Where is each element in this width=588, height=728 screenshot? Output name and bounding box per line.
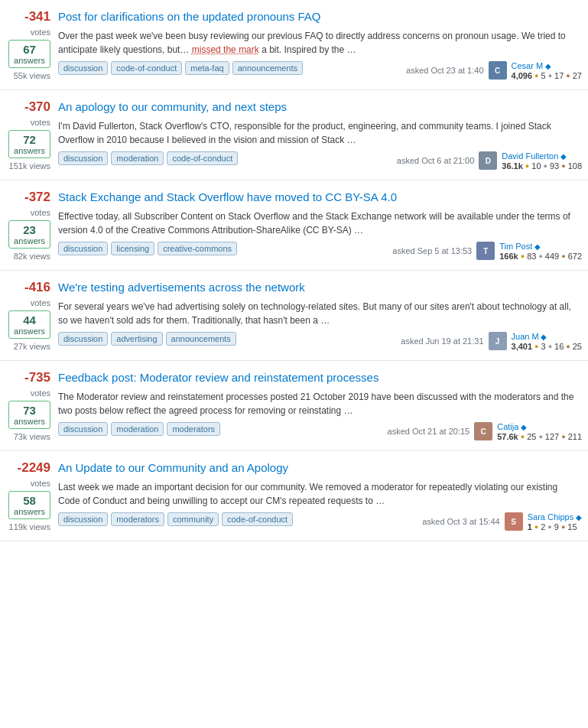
avatar: S <box>505 512 523 531</box>
username[interactable]: Cesar M ◆ <box>512 61 582 70</box>
answers-label: answers <box>14 146 45 155</box>
tag-discussion[interactable]: discussion <box>58 61 108 75</box>
votes-label: votes <box>31 298 50 307</box>
question-excerpt: Last week we made an important decision … <box>58 480 582 508</box>
tag-moderation[interactable]: moderation <box>111 151 164 165</box>
answers-label: answers <box>14 236 45 245</box>
answers-count: 44 <box>14 314 45 327</box>
answers-count: 67 <box>14 43 45 56</box>
tag-creative-commons[interactable]: creative-commons <box>158 242 237 255</box>
question-item-6: -2249votes58answers119k viewsAn Update t… <box>0 451 588 541</box>
tag-discussion[interactable]: discussion <box>58 151 108 165</box>
question-title[interactable]: An apology to our community, and next st… <box>58 99 582 115</box>
tags: discussionlicensingcreative-commons <box>58 242 237 255</box>
avatar: C <box>489 61 507 80</box>
question-title[interactable]: Post for clarifications on the updated p… <box>58 9 582 24</box>
tag-announcements[interactable]: announcements <box>166 332 236 346</box>
tags: discussioncode-of-conductmeta-faqannounc… <box>58 61 303 75</box>
username[interactable]: Tim Post ◆ <box>499 242 582 251</box>
tag-discussion[interactable]: discussion <box>58 242 108 255</box>
answers-label: answers <box>14 56 45 65</box>
username[interactable]: David Fullerton ◆ <box>502 151 582 161</box>
answers-label: answers <box>14 507 45 516</box>
asked-text: asked Oct 23 at 1:40 <box>406 66 484 75</box>
tag-discussion[interactable]: discussion <box>58 422 108 436</box>
tag-code-of-conduct[interactable]: code-of-conduct <box>111 61 182 75</box>
left-stats-6: -2249votes58answers119k views <box>6 460 50 531</box>
meta-info: asked Oct 3 at 15:44SSara Chipps ◆1●2●9●… <box>422 512 582 531</box>
votes-label: votes <box>31 388 50 398</box>
main-content-2: An apology to our community, and next st… <box>58 99 582 171</box>
asked-text: asked Sep 5 at 13:53 <box>392 246 472 255</box>
tag-moderators[interactable]: moderators <box>167 422 220 436</box>
tag-licensing[interactable]: licensing <box>111 242 154 255</box>
avatar: J <box>489 332 507 350</box>
question-excerpt: For several years we've had advertising … <box>58 300 582 327</box>
main-content-6: An Update to our Community and an Apolog… <box>58 460 582 531</box>
tag-code-of-conduct[interactable]: code-of-conduct <box>167 151 238 165</box>
user-info: Tim Post ◆166k●83●449●672 <box>499 242 582 261</box>
tag-discussion[interactable]: discussion <box>58 332 108 346</box>
tag-community[interactable]: community <box>167 512 219 526</box>
question-item-2: -370votes72answers151k viewsAn apology t… <box>0 90 588 180</box>
views-label: 73k views <box>14 432 50 441</box>
user-info: Juan M ◆3,401●3●16●25 <box>512 332 582 351</box>
user-rep: 1●2●9●15 <box>528 522 582 531</box>
tags: discussionmoderatorscommunitycode-of-con… <box>58 512 293 526</box>
votes-label: votes <box>31 208 50 217</box>
answers-box: 73answers <box>8 401 50 429</box>
left-stats-5: -735votes73answers73k views <box>6 370 50 441</box>
user-rep: 57.6k●25●127●211 <box>497 432 582 441</box>
main-content-4: We're testing advertisements across the … <box>58 280 582 351</box>
username[interactable]: Catija ◆ <box>497 422 582 431</box>
votes-label: votes <box>31 479 50 488</box>
username[interactable]: Juan M ◆ <box>512 332 582 341</box>
question-excerpt: I'm David Fullerton, Stack Overflow's CT… <box>58 119 582 147</box>
views-label: 151k views <box>9 161 50 171</box>
user-rep: 166k●83●449●672 <box>499 252 582 261</box>
question-title[interactable]: An Update to our Community and an Apolog… <box>58 460 582 476</box>
user-info: Sara Chipps ◆1●2●9●15 <box>528 512 582 531</box>
asked-text: asked Oct 3 at 15:44 <box>422 517 500 526</box>
answers-count: 23 <box>14 223 45 236</box>
views-label: 82k views <box>14 252 50 261</box>
answers-count: 58 <box>14 494 45 507</box>
left-stats-2: -370votes72answers151k views <box>6 99 50 171</box>
votes-count: -370 <box>24 99 50 115</box>
answers-box: 58answers <box>8 491 50 519</box>
answers-label: answers <box>14 327 45 336</box>
question-title[interactable]: Feedback post: Moderator review and rein… <box>58 370 582 385</box>
answers-box: 72answers <box>8 130 50 158</box>
tags-and-meta: discussioncode-of-conductmeta-faqannounc… <box>58 61 582 80</box>
votes-label: votes <box>31 28 50 37</box>
question-title[interactable]: We're testing advertisements across the … <box>58 280 582 295</box>
tag-advertising[interactable]: advertising <box>111 332 162 346</box>
tag-moderation[interactable]: moderation <box>111 422 164 436</box>
asked-text: asked Oct 6 at 21:00 <box>397 156 475 165</box>
tags: discussionadvertisingannouncements <box>58 332 236 346</box>
main-content-5: Feedback post: Moderator review and rein… <box>58 370 582 441</box>
tags-and-meta: discussionlicensingcreative-commonsasked… <box>58 242 582 261</box>
avatar: T <box>476 242 495 260</box>
question-excerpt: Over the past week we've been busy revie… <box>58 29 582 57</box>
avatar: C <box>474 422 492 440</box>
answers-count: 72 <box>14 133 45 146</box>
user-rep: 3,401●3●16●25 <box>512 342 582 351</box>
question-item-5: -735votes73answers73k viewsFeedback post… <box>0 361 588 451</box>
votes-count: -341 <box>24 9 50 24</box>
tag-discussion[interactable]: discussion <box>58 512 108 526</box>
votes-count: -735 <box>24 370 50 385</box>
tags-and-meta: discussionmoderatorscommunitycode-of-con… <box>58 512 582 531</box>
user-rep: 4,096●5●17●27 <box>512 71 582 80</box>
username[interactable]: Sara Chipps ◆ <box>528 512 582 522</box>
answers-box: 67answers <box>8 40 50 68</box>
avatar: D <box>479 151 497 170</box>
meta-info: asked Sep 5 at 13:53TTim Post ◆166k●83●4… <box>392 242 582 261</box>
question-title[interactable]: Stack Exchange and Stack Overflow have m… <box>58 190 582 205</box>
tag-meta-faq[interactable]: meta-faq <box>185 61 229 75</box>
question-item-3: -372votes23answers82k viewsStack Exchang… <box>0 180 588 271</box>
tag-announcements[interactable]: announcements <box>232 61 303 75</box>
user-info: Catija ◆57.6k●25●127●211 <box>497 422 582 441</box>
tag-code-of-conduct[interactable]: code-of-conduct <box>222 512 293 526</box>
tag-moderators[interactable]: moderators <box>111 512 164 526</box>
